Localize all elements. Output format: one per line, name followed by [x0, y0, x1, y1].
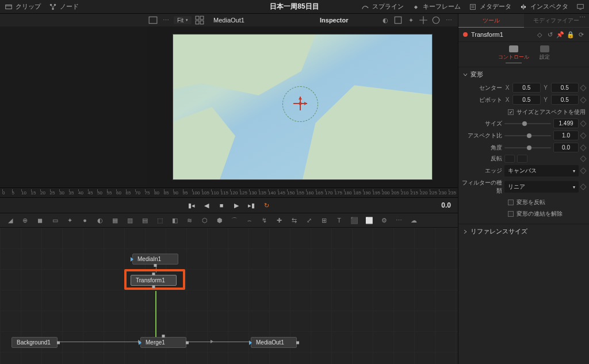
inspector-tab-tool[interactable]: ツール — [458, 14, 524, 28]
node-tool-icon-6[interactable]: ◐ — [95, 216, 104, 225]
reset-icon[interactable]: ⟳ — [577, 31, 584, 38]
pivot-x-input[interactable]: 0.5 — [512, 95, 541, 105]
angle-slider[interactable] — [504, 147, 551, 148]
keyframe-all-icon[interactable]: ◇ — [536, 31, 543, 38]
flip-v-button[interactable] — [517, 155, 527, 163]
aspect-input[interactable]: 1.0 — [553, 131, 579, 140]
inspector-menu-icon[interactable]: ⋯ — [579, 14, 586, 21]
inspector-subtab-settings[interactable]: 設定 — [540, 45, 550, 63]
monitor-toggle[interactable] — [576, 3, 584, 11]
node-tool-icon-11[interactable]: ◧ — [170, 216, 179, 225]
node-tool-icon-27[interactable]: ☁ — [410, 216, 418, 225]
node-mediain[interactable]: MediaIn1 — [132, 254, 178, 265]
keyframe-diamond[interactable] — [580, 97, 586, 103]
node-tool-icon-14[interactable]: ⬢ — [215, 216, 224, 225]
center-x-input[interactable]: 0.5 — [512, 83, 541, 93]
node-tool-icon-19[interactable]: ⇆ — [290, 216, 299, 225]
viewer-fit-select[interactable]: Fit ▾ — [174, 16, 192, 24]
node-background[interactable]: Background1 — [12, 337, 58, 348]
viewer-canvas[interactable] — [147, 26, 458, 187]
play-reverse-button[interactable]: ◀ — [202, 201, 211, 209]
viewer-dots-icon[interactable]: ⋯ — [161, 16, 170, 24]
size-slider[interactable] — [504, 123, 551, 124]
filter-select[interactable]: リニア▾ — [504, 181, 579, 193]
node-tool-icon-20[interactable]: ⤢ — [305, 216, 313, 225]
keyframe-diamond[interactable] — [580, 144, 586, 151]
node-port-input[interactable] — [139, 340, 141, 345]
go-end-button[interactable]: ▸▮ — [247, 201, 255, 209]
node-tool-icon-12[interactable]: ≋ — [185, 216, 194, 225]
transform-gizmo-center[interactable] — [292, 95, 309, 113]
node-port-input[interactable] — [131, 257, 133, 262]
go-start-button[interactable]: ▮◂ — [188, 201, 196, 209]
flip-h-button[interactable] — [504, 155, 515, 163]
angle-input[interactable]: 0.0 — [553, 143, 579, 152]
section-refsize-header[interactable]: リファレンスサイズ — [458, 224, 589, 239]
pin-icon[interactable]: 📌 — [557, 31, 564, 38]
node-tool-icon-4[interactable]: ✦ — [66, 216, 74, 225]
node-tool-icon-5[interactable]: ● — [81, 216, 89, 225]
play-button[interactable]: ▶ — [232, 201, 240, 209]
keyframe-diamond[interactable] — [580, 85, 586, 91]
node-graph[interactable]: MediaIn1 Transform1 Background1 Merge1 M… — [0, 228, 458, 364]
use-size-aspect-checkbox[interactable] — [508, 109, 514, 115]
lock-icon[interactable]: 🔒 — [567, 31, 574, 38]
node-port-output[interactable] — [296, 341, 299, 344]
node-port-output[interactable] — [152, 285, 155, 288]
keyframe-diamond[interactable] — [580, 183, 586, 190]
node-port-fg[interactable] — [162, 335, 165, 338]
node-tool-icon-17[interactable]: ↯ — [260, 216, 269, 225]
node-tool-icon-8[interactable]: ▥ — [125, 216, 134, 225]
spline-tab[interactable]: スプライン — [361, 2, 404, 11]
node-tool-icon-15[interactable]: ⌒ — [230, 216, 239, 225]
node-tool-icon-10[interactable]: ⬚ — [155, 216, 164, 225]
inspector-node-name[interactable]: Transform1 — [471, 31, 503, 38]
timeline-ruler[interactable]: 0510152025303540455055606570758085909510… — [0, 187, 458, 198]
node-tool-icon-21[interactable]: ⊞ — [320, 216, 328, 225]
node-port-output[interactable] — [186, 341, 189, 344]
node-tool-icon-9[interactable]: ▤ — [140, 216, 149, 225]
node-mediaout[interactable]: MediaOut1 — [251, 337, 297, 348]
viewer-layout-icon[interactable] — [148, 16, 158, 24]
node-tool-icon-23[interactable]: ⬛ — [350, 216, 358, 225]
node-port-output[interactable] — [57, 341, 60, 344]
current-time[interactable]: 0.0 — [441, 201, 451, 209]
clip-tab[interactable]: クリップ — [5, 2, 41, 11]
pivot-y-input[interactable]: 0.5 — [551, 95, 579, 105]
aspect-slider[interactable] — [504, 135, 551, 136]
size-input[interactable]: 1.499 — [553, 118, 579, 128]
viewer-grid-icon[interactable] — [195, 16, 204, 24]
node-port-input[interactable] — [152, 273, 155, 275]
node-tool-icon-3[interactable]: ▭ — [51, 216, 59, 225]
edges-select[interactable]: キャンバス▾ — [504, 165, 579, 177]
keyframe-tab[interactable]: キーフレーム — [412, 2, 461, 11]
node-port-input[interactable] — [249, 340, 252, 345]
node-merge[interactable]: Merge1 — [140, 337, 186, 348]
stop-button[interactable]: ■ — [217, 201, 225, 209]
node-tool-icon-18[interactable]: ✚ — [275, 216, 284, 225]
node-port-output[interactable] — [154, 264, 157, 267]
inspector-tab[interactable]: インスペクタ — [519, 2, 568, 11]
metadata-tab[interactable]: メタデータ — [469, 2, 511, 11]
keyframe-diamond[interactable] — [580, 167, 586, 174]
center-y-input[interactable]: 0.5 — [551, 83, 579, 93]
node-tool-icon-22[interactable]: T — [335, 216, 343, 225]
flatten-transform-checkbox[interactable] — [508, 211, 514, 217]
inspector-subtab-controls[interactable]: コントロール — [498, 45, 529, 63]
node-tool-icon-26[interactable]: ⋯ — [395, 216, 403, 225]
node-tool-icon-25[interactable]: ⚙ — [380, 216, 388, 225]
section-transform-header[interactable]: 変形 — [458, 67, 589, 82]
keyframe-diamond[interactable] — [580, 155, 586, 162]
keyframe-diamond[interactable] — [580, 120, 586, 127]
node-tool-icon-24[interactable]: ⬜ — [365, 216, 373, 225]
node-transform[interactable]: Transform1 — [131, 275, 177, 286]
node-tool-icon-7[interactable]: ▦ — [110, 216, 119, 225]
node-tool-icon-1[interactable]: ⊕ — [21, 216, 29, 225]
nodes-tab[interactable]: ノード — [49, 2, 79, 11]
node-tool-icon-16[interactable]: ⌢ — [245, 216, 254, 225]
versions-icon[interactable]: ↺ — [546, 31, 553, 38]
node-tool-icon-0[interactable]: ◢ — [6, 216, 14, 225]
node-tool-icon-13[interactable]: ⬡ — [200, 216, 209, 225]
invert-transform-checkbox[interactable] — [508, 200, 514, 205]
node-tool-icon-2[interactable]: ◼ — [36, 216, 44, 225]
